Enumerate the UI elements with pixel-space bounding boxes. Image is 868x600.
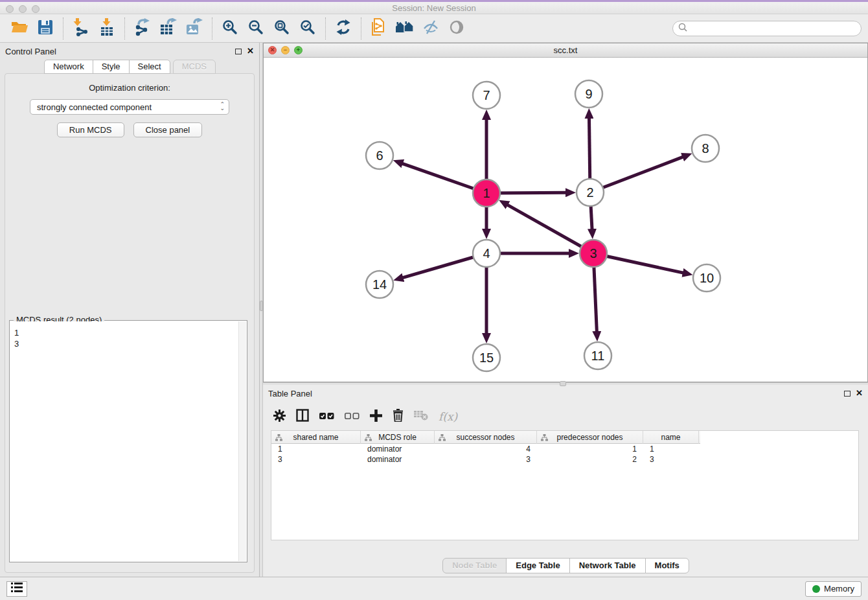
control-panel: Control Panel ✕ NetworkStyleSelectMCDS O…: [0, 43, 259, 577]
tab-node-table[interactable]: Node Table: [442, 558, 507, 573]
clone-network-icon: [371, 18, 387, 39]
graph-node-15[interactable]: 15: [473, 344, 500, 371]
table-cell: 1: [537, 444, 643, 454]
network-view-window: ✕ − + scc.txt 7968124314101511: [263, 43, 868, 382]
toolbar-separator: [63, 17, 63, 40]
graph-node-7[interactable]: 7: [473, 82, 500, 109]
column-header-shared-name[interactable]: shared name: [271, 431, 361, 444]
splitter-handle[interactable]: [260, 301, 263, 311]
select-stepper-icon: ⌃⌄: [220, 103, 225, 111]
result-scrollbar[interactable]: [238, 321, 246, 561]
table-cell: 3: [643, 454, 699, 465]
zoom-fit-button[interactable]: [269, 17, 295, 40]
graph-node-11[interactable]: 11: [584, 342, 611, 369]
refresh-view-button[interactable]: [330, 17, 356, 40]
column-label: successor nodes: [456, 433, 514, 442]
first-neighbors-button[interactable]: [392, 17, 418, 40]
main-area: Control Panel ✕ NetworkStyleSelectMCDS O…: [0, 43, 868, 577]
window-controls[interactable]: [6, 5, 40, 13]
table-cell: 3: [435, 454, 537, 465]
control-panel-title: Control Panel: [5, 47, 235, 56]
column-header-name[interactable]: name: [643, 431, 699, 444]
node-table[interactable]: shared nameMCDS rolesuccessor nodesprede…: [271, 430, 859, 540]
maximize-window-button[interactable]: [32, 5, 40, 13]
network-canvas[interactable]: 7968124314101511: [264, 58, 867, 382]
column-label: predecessor nodes: [556, 433, 622, 442]
zoom-selected-button[interactable]: [295, 17, 321, 40]
tab-style[interactable]: Style: [93, 60, 130, 74]
table-tabs: Node TableEdge TableNetwork TableMotifs: [263, 558, 868, 577]
column-header-mcds-role[interactable]: MCDS role: [361, 431, 435, 444]
clone-network-button[interactable]: [366, 17, 392, 40]
zoom-fit-icon: [274, 19, 290, 38]
export-network-icon: [133, 18, 152, 39]
tab-motifs[interactable]: Motifs: [645, 558, 689, 573]
graph-node-2[interactable]: 2: [577, 179, 604, 206]
task-history-button[interactable]: [6, 581, 27, 597]
table-options-button[interactable]: [273, 410, 286, 424]
run-mcds-button[interactable]: Run MCDS: [57, 122, 124, 137]
float-panel-icon[interactable]: [235, 49, 242, 54]
application-window: Session: New Session: [0, 0, 868, 600]
zoom-in-button[interactable]: [217, 17, 243, 40]
save-disk-icon: [38, 19, 53, 38]
memory-button[interactable]: Memory: [805, 581, 862, 597]
close-panel-icon[interactable]: ✕: [856, 390, 863, 397]
graph-node-4[interactable]: 4: [473, 240, 500, 267]
minimize-window-button[interactable]: [19, 5, 27, 13]
zoom-out-button[interactable]: [243, 17, 269, 40]
graph-edge-3-1[interactable]: [507, 205, 593, 253]
svg-text:8: 8: [702, 141, 709, 156]
svg-text:2: 2: [586, 185, 593, 200]
deselect-all-button[interactable]: [345, 410, 360, 424]
table-row[interactable]: 3dominator323: [271, 454, 858, 465]
table-cell: 3: [271, 454, 361, 465]
select-all-button[interactable]: [319, 410, 334, 424]
table-cell: dominator: [361, 444, 435, 454]
tab-edge-table[interactable]: Edge Table: [506, 558, 569, 573]
graph-node-1[interactable]: 1: [473, 179, 500, 207]
export-image-button[interactable]: [181, 17, 207, 40]
network-graph[interactable]: 7968124314101511: [264, 58, 867, 382]
import-network-button[interactable]: [68, 17, 94, 40]
add-row-button[interactable]: [370, 410, 382, 424]
table-row[interactable]: 1dominator411: [271, 444, 858, 454]
vertical-splitter[interactable]: [259, 43, 263, 577]
show-panels-button[interactable]: [444, 17, 470, 40]
criterion-select[interactable]: strongly connected component ⌃⌄: [30, 99, 229, 115]
fx-icon: f(x): [439, 410, 457, 423]
network-window-title: scc.txt: [264, 45, 867, 55]
graph-node-8[interactable]: 8: [692, 135, 719, 162]
import-table-button[interactable]: [94, 17, 120, 40]
search-box[interactable]: [672, 21, 862, 36]
float-panel-icon[interactable]: [844, 391, 851, 397]
tab-network[interactable]: Network: [44, 60, 93, 74]
graph-node-6[interactable]: 6: [366, 142, 393, 169]
close-window-button[interactable]: [6, 5, 14, 13]
close-panel-button[interactable]: Close panel: [133, 122, 203, 137]
graph-node-9[interactable]: 9: [575, 80, 602, 108]
horizontal-splitter[interactable]: [263, 382, 868, 385]
graph-node-10[interactable]: 10: [693, 264, 720, 292]
open-session-button[interactable]: [6, 17, 32, 40]
graph-edge-2-8[interactable]: [590, 157, 683, 192]
column-header-predecessor-nodes[interactable]: predecessor nodes: [537, 431, 643, 444]
graph-node-14[interactable]: 14: [366, 271, 393, 298]
show-column-panel-button[interactable]: [296, 410, 309, 424]
search-input[interactable]: [691, 24, 856, 33]
export-network-button[interactable]: [130, 17, 155, 40]
save-session-button[interactable]: [32, 17, 58, 40]
delete-row-button[interactable]: [393, 410, 404, 424]
hide-panels-button[interactable]: [418, 17, 444, 40]
column-header-successor-nodes[interactable]: successor nodes: [435, 431, 537, 444]
table-panel-header: Table Panel ✕: [263, 385, 868, 402]
tab-mcds[interactable]: MCDS: [173, 60, 216, 74]
tab-network-table[interactable]: Network Table: [569, 558, 646, 573]
column-label: name: [661, 433, 680, 442]
splitter-handle[interactable]: [560, 381, 566, 386]
export-table-button[interactable]: [155, 17, 181, 40]
close-panel-icon[interactable]: ✕: [247, 48, 254, 54]
graph-node-3[interactable]: 3: [580, 240, 607, 267]
network-window-titlebar[interactable]: ✕ − + scc.txt: [264, 43, 867, 58]
tab-select[interactable]: Select: [129, 60, 170, 74]
